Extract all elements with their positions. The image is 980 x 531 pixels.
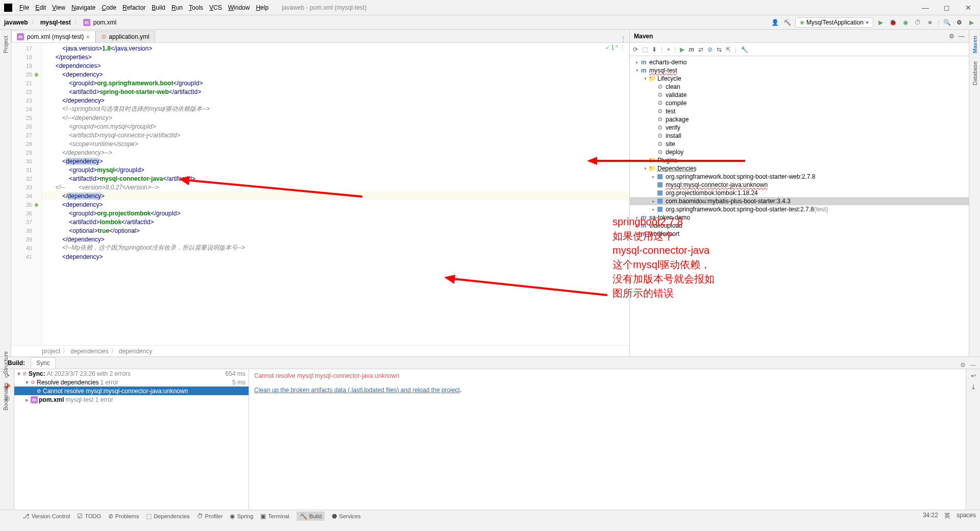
gear-icon[interactable]: ⚙ [960,361,966,369]
tree-row[interactable]: ⚙site [630,140,969,148]
status-enc[interactable]: 英 [944,512,950,520]
database-tool-tab[interactable]: Database [971,57,979,89]
maximize-button[interactable]: ◻ [939,4,954,12]
tree-row[interactable]: ▾mmysql-test [630,66,969,75]
tree-row[interactable]: ⚙deploy [630,148,969,156]
tree-row[interactable]: ⚙verify [630,124,969,132]
gear-icon[interactable]: ⚙ [949,33,954,40]
bottom-profiler[interactable]: ⏱ Profiler [197,512,223,521]
scroll-end-icon[interactable]: ⤓ [971,383,976,391]
tree-row[interactable]: ▸com.baomidou:mybatis-plus-boot-starter:… [630,197,969,205]
bottom-build[interactable]: 🔨 Build [297,512,325,521]
build-output[interactable]: Cannot resolve mysql:mysql-connector-jav… [249,369,966,510]
structure-breadcrumb[interactable]: project〉 dependencies〉 dependency [11,345,629,356]
debug-button[interactable]: 🐞 [889,18,898,27]
tree-row[interactable]: mysql:mysql-connector-java:unknown [630,181,969,189]
code-editor[interactable]: 17181920◉212223242526272829303132333435◉… [11,43,629,345]
tree-row[interactable]: ▾📁Lifecycle [630,75,969,83]
skip-tests-icon[interactable]: ⊘ [707,46,713,53]
search-icon[interactable]: 🔍 [942,18,951,27]
bottom-terminal[interactable]: ▣ Terminal [260,512,289,521]
generate-sources-icon[interactable]: ⬚ [642,46,648,53]
tree-row[interactable]: ⚙package [630,115,969,124]
pom-row[interactable]: ▸ m pom.xml mysql-test 1 error [14,395,249,404]
menu-build[interactable]: Build [149,4,168,11]
close-button[interactable]: ✕ [961,4,976,12]
wrench-icon[interactable]: 🔧 [741,46,748,53]
bottom-todo[interactable]: ☑ TODO [77,512,101,521]
show-deps-icon[interactable]: ⇆ [717,46,722,53]
tree-row[interactable]: ▸mecharts-demo [630,58,969,66]
structure-tool-tab[interactable]: Structure [2,347,10,378]
bookmarks-tool-tab[interactable]: Bookmarks [2,378,10,415]
sync-root-row[interactable]: ▾ ⊘ Sync: At 2023/3/7 23:26 with 2 error… [14,369,249,378]
breadcrumb-file[interactable]: pom.xml [93,19,116,26]
status-spaces[interactable]: spaces [957,512,976,520]
profiler-button[interactable]: ⏱ [913,18,922,27]
tree-row[interactable]: ⚙clean [630,83,969,91]
coverage-button[interactable]: ◉ [901,18,910,27]
menu-vcs[interactable]: VCS [206,4,225,11]
add-icon[interactable]: + [667,46,670,53]
execute-goal-icon[interactable]: m [689,46,694,53]
error-row-selected[interactable]: ⊘ Cannot resolve mysql:mysql-connector-j… [14,387,249,395]
tree-row[interactable]: ⚙install [630,132,969,140]
sync-tab[interactable]: Sync [31,357,56,369]
bottom-dependencies[interactable]: ⬚ Dependencies [146,512,189,521]
breadcrumb-module[interactable]: mysql-test [40,19,71,26]
tab-pom-xml[interactable]: m pom.xml (mysql-test) ✕ [11,31,95,42]
settings-icon[interactable]: ⚙ [954,18,964,27]
menu-view[interactable]: View [49,4,68,11]
tree-row[interactable]: ⚙validate [630,91,969,99]
menu-help[interactable]: Help [253,4,272,11]
tree-row[interactable]: ▾📁Dependencies [630,164,969,173]
tree-row[interactable]: ▸📁Plugins [630,156,969,164]
cleanup-link[interactable]: Clean up the broken artifacts data (.las… [254,387,460,394]
hide-icon[interactable]: — [959,33,965,40]
run-maven-icon[interactable]: ▶ [680,46,684,53]
menu-edit[interactable]: Edit [32,4,49,11]
inspection-status[interactable]: ✓ 1 ^ ⋮ [605,44,625,51]
bottom-services[interactable]: ⬣ Services [332,512,360,521]
run-configuration-selector[interactable]: ◉ MysqlTestApplication ▾ [795,17,873,28]
menu-window[interactable]: Window [225,4,253,11]
project-tool-tab[interactable]: Project [2,32,10,57]
bottom-problems[interactable]: ⊘ Problems [108,512,139,521]
menu-navigate[interactable]: Navigate [68,4,99,11]
menu-refactor[interactable]: Refactor [119,4,149,11]
hammer-icon[interactable]: 🔨 [783,18,792,27]
minimize-button[interactable]: — [918,4,933,12]
bottom-spring[interactable]: ◉ Spring [230,512,253,521]
menu-tools[interactable]: Tools [186,4,206,11]
maven-tool-tab[interactable]: Maven [971,32,979,57]
run-button[interactable]: ▶ [876,18,886,27]
menu-run[interactable]: Run [168,4,186,11]
reload-icon[interactable]: ⟳ [633,46,638,53]
bottom-version-control[interactable]: ⎇ Version Control [22,512,70,521]
soft-wrap-icon[interactable]: ↩ [971,372,976,379]
maven-tree[interactable]: ▸mecharts-demo▾mmysql-test▾📁Lifecycle⚙cl… [630,56,969,356]
hide-icon[interactable]: — [970,361,976,369]
editor-tab-menu[interactable]: ⋮ [617,35,629,42]
download-icon[interactable]: ⬇ [652,46,657,53]
status-pos[interactable]: 34:22 [923,512,938,520]
tab-application-yml[interactable]: ⚙ application.yml [95,31,155,42]
maven-panel-header[interactable]: Maven ⚙ — [630,30,969,43]
tree-row[interactable]: ▸org.springframework.boot:spring-boot-st… [630,173,969,181]
breadcrumb[interactable]: javaweb 〉 mysql-test 〉 m pom.xml [4,18,116,27]
menu-file[interactable]: File [16,4,32,11]
tree-row[interactable]: ⚙compile [630,99,969,107]
tree-row[interactable]: ⚙test [630,107,969,115]
tree-row[interactable]: ▸org.springframework.boot:spring-boot-st… [630,205,969,213]
close-tab-icon[interactable]: ✕ [86,34,90,40]
sync-icon[interactable]: ▶ [967,18,976,27]
breadcrumb-root[interactable]: javaweb [4,19,28,26]
menu-code[interactable]: Code [99,4,119,11]
resolve-deps-row[interactable]: ▾ ⊘ Resolve dependencies 1 error 5 ms [14,378,249,387]
stop-button[interactable]: ■ [925,18,935,27]
build-tree[interactable]: ▾ ⊘ Sync: At 2023/3/7 23:26 with 2 error… [14,369,249,510]
collapse-icon[interactable]: ⇱ [726,46,731,53]
user-icon[interactable]: 👤 [771,18,780,27]
tree-row[interactable]: org.projectlombok:lombok:1.18.24 [630,189,969,197]
toggle-offline-icon[interactable]: ⇄ [698,46,703,53]
